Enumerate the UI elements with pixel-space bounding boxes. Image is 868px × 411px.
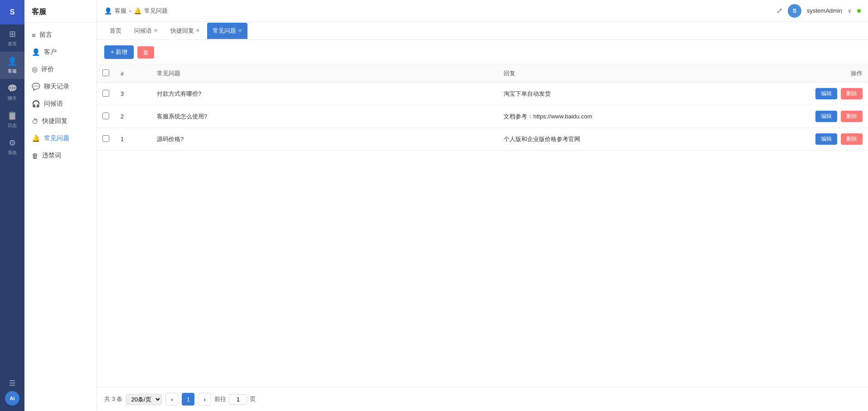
sidebar-item-banned-words[interactable]: 🗑 违禁词 (24, 147, 97, 164)
log-icon: 📋 (7, 111, 17, 121)
breadcrumb-person-icon: 👤 (104, 7, 112, 15)
quick-reply-icon: ⏱ (32, 117, 39, 125)
sidebar-label-banned-words: 违禁词 (42, 152, 61, 160)
tab-faq[interactable]: 常见问题 ✕ (207, 23, 247, 39)
breadcrumb: 👤 客服 › 🔔 常见问题 (104, 7, 168, 15)
tab-quick-reply[interactable]: 快捷回复 ✕ (165, 23, 205, 39)
ai-button[interactable]: Ai (5, 391, 19, 406)
pagination: 共 3 条 10条/页20条/页50条/页 ‹ 1 › 前往 页 (97, 387, 868, 411)
tab-quick-words-label: 问候语 (134, 27, 152, 35)
delete-row-button[interactable]: 删除 (841, 88, 863, 99)
row-question: 客服系统怎么使用? (151, 105, 498, 128)
tab-faq-close[interactable]: ✕ (238, 28, 242, 34)
topbar: 👤 客服 › 🔔 常见问题 ⤢ S systemAdmin ∨ (97, 0, 868, 22)
icon-nav: S ⊞ 首页 👤 客服 💬 聊天 📋 日志 ⚙ 系统 ☰ Ai (0, 0, 24, 411)
quick-words-icon: 🎧 (32, 100, 40, 108)
chat-icon: 💬 (7, 83, 17, 93)
table-header-row: # 常见问题 回复 操作 (97, 65, 868, 83)
sidebar-item-reviews[interactable]: ◎ 评价 (24, 61, 97, 78)
user-dropdown-icon[interactable]: ∨ (848, 8, 852, 14)
delete-row-button[interactable]: 删除 (841, 111, 863, 122)
sidebar-item-customers[interactable]: 👤 客户 (24, 44, 97, 61)
sidebar-label-quick-reply: 快捷回复 (42, 117, 68, 125)
menu-toggle-icon[interactable]: ☰ (9, 379, 15, 387)
sidebar-item-faq[interactable]: 🔔 常见问题 (24, 130, 97, 147)
tab-quick-words-close[interactable]: ✕ (154, 28, 158, 34)
sidebar-title: 客服 (24, 0, 97, 23)
row-num: 1 (115, 128, 151, 151)
page-goto-input[interactable] (229, 394, 247, 405)
nav-item-customer[interactable]: 👤 客服 (0, 52, 24, 79)
tab-home-label: 首页 (110, 27, 121, 35)
edit-button[interactable]: 编辑 (815, 88, 837, 99)
col-check-header (97, 65, 115, 83)
col-num-header: # (115, 65, 151, 83)
next-page-button[interactable]: › (198, 393, 211, 406)
faq-table: # 常见问题 回复 操作 (97, 65, 868, 151)
row-checkbox[interactable] (102, 113, 109, 119)
nav-item-log[interactable]: 📋 日志 (0, 106, 24, 133)
table-row: 3 付款方式有哪些? 淘宝下单自动发货 编辑 删除 (97, 83, 868, 105)
batch-delete-button[interactable]: 🗑 (137, 46, 154, 59)
row-question: 付款方式有哪些? (151, 83, 498, 105)
table-wrap: # 常见问题 回复 操作 (97, 65, 868, 387)
sidebar-label-faq: 常见问题 (44, 134, 69, 142)
customer-icon: 👤 (7, 56, 17, 66)
main-content: 👤 客服 › 🔔 常见问题 ⤢ S systemAdmin ∨ 首页 问候语 ✕… (97, 0, 868, 411)
sidebar-item-chat-history[interactable]: 💬 聊天记录 (24, 78, 97, 95)
col-faq-header: 常见问题 (151, 65, 498, 83)
messages-icon: ≡ (32, 31, 36, 39)
breadcrumb-bell-icon: 🔔 (134, 7, 141, 15)
fullscreen-icon[interactable]: ⤢ (776, 6, 782, 15)
nav-item-chat[interactable]: 💬 聊天 (0, 79, 24, 106)
username: systemAdmin (807, 7, 842, 14)
page-goto: 前往 页 (214, 394, 256, 405)
row-reply: 淘宝下单自动发货 (498, 83, 795, 105)
home-icon: ⊞ (9, 29, 16, 39)
add-button[interactable]: + 新增 (104, 45, 134, 59)
row-num: 2 (115, 105, 151, 128)
app-logo: S (0, 0, 24, 24)
select-all-checkbox[interactable] (102, 69, 109, 76)
row-checkbox[interactable] (102, 90, 109, 97)
row-reply: 个人版和企业版价格参考官网 (498, 128, 795, 151)
tab-home[interactable]: 首页 (104, 23, 127, 39)
tab-faq-label: 常见问题 (213, 27, 236, 35)
sidebar-item-messages[interactable]: ≡ 留言 (24, 26, 97, 44)
topbar-right: ⤢ S systemAdmin ∨ (776, 4, 861, 18)
nav-item-home[interactable]: ⊞ 首页 (0, 24, 24, 52)
sidebar-item-quick-words[interactable]: 🎧 问候语 (24, 95, 97, 113)
sidebar-label-customers: 客户 (44, 48, 57, 56)
content-area: + 新增 🗑 # 常见问题 (97, 40, 868, 411)
edit-button[interactable]: 编辑 (815, 133, 837, 145)
nav-label-chat: 聊天 (8, 95, 17, 102)
sidebar-label-reviews: 评价 (41, 65, 54, 73)
faq-icon: 🔔 (32, 134, 40, 142)
row-num: 3 (115, 83, 151, 105)
online-status-dot (857, 9, 861, 13)
col-action-header: 操作 (795, 65, 868, 83)
logo-text: S (10, 8, 15, 16)
row-checkbox[interactable] (102, 135, 109, 142)
page-size-select[interactable]: 10条/页20条/页50条/页 (126, 394, 162, 405)
sidebar-label-messages: 留言 (39, 31, 52, 39)
edit-button[interactable]: 编辑 (815, 111, 837, 122)
nav-item-system[interactable]: ⚙ 系统 (0, 133, 24, 161)
tab-quick-reply-close[interactable]: ✕ (196, 28, 200, 34)
prev-page-button[interactable]: ‹ (165, 393, 178, 406)
breadcrumb-sep: › (129, 7, 131, 14)
sidebar: 客服 ≡ 留言 👤 客户 ◎ 评价 💬 聊天记录 🎧 问候语 ⏱ 快捷回复 🔔 … (24, 0, 97, 411)
tab-quick-words[interactable]: 问候语 ✕ (129, 23, 163, 39)
page-1-button[interactable]: 1 (182, 393, 194, 406)
user-avatar: S (788, 4, 801, 18)
breadcrumb-root: 客服 (115, 7, 126, 15)
sidebar-label-chat-history: 聊天记录 (44, 83, 69, 91)
toolbar: + 新增 🗑 (97, 40, 868, 65)
tab-quick-reply-label: 快捷回复 (170, 27, 194, 35)
customers-icon: 👤 (32, 48, 40, 56)
sidebar-item-quick-reply[interactable]: ⏱ 快捷回复 (24, 113, 97, 130)
pagination-total: 共 3 条 (104, 395, 122, 403)
col-reply-header: 回复 (498, 65, 795, 83)
banned-words-icon: 🗑 (32, 152, 39, 160)
delete-row-button[interactable]: 删除 (841, 133, 863, 145)
